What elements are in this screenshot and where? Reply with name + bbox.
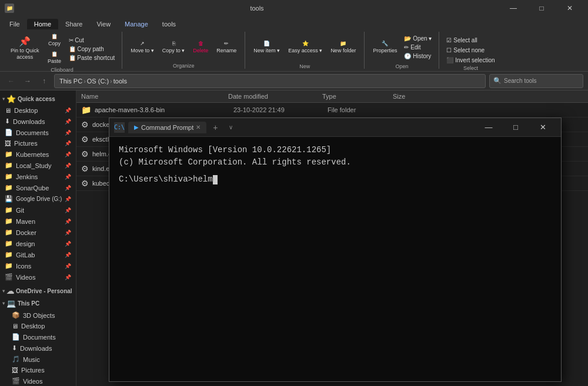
sidebar-item-videos[interactable]: 🎬 Videos 📌 [0,271,76,283]
copy-path-btn[interactable]: 📋 Copy path [66,45,118,53]
cmd-maximize-btn[interactable]: □ [502,118,529,137]
move-to-btn[interactable]: ↗ Move to ▾ [127,39,158,55]
sidebar-item-desktop2[interactable]: 🖥 Desktop [0,321,76,331]
minimize-btn[interactable]: — [500,0,527,16]
pictures-label: Pictures [14,140,38,147]
sidebar-item-pictures[interactable]: 🖼 Pictures 📌 [0,138,76,149]
search-box[interactable]: 🔍 Search tools [489,74,583,88]
sidebar-item-documents[interactable]: 📄 Documents 📌 [0,127,76,138]
back-btn[interactable]: ← [5,75,18,88]
file-date: 23-10-2022 21:49 [233,106,328,113]
edit-btn[interactable]: ✏ Edit [402,43,434,51]
forward-btn[interactable]: → [21,75,34,88]
copy-to-icon: ⎘ [172,41,175,46]
close-btn[interactable]: ✕ [556,0,583,16]
cmd-close-btn[interactable]: ✕ [529,118,556,137]
cmd-tab[interactable]: ▶ Command Prompt ✕ [128,122,206,133]
sidebar-item-downloads2[interactable]: ⬇ Downloads [0,343,76,354]
file-row-apache-maven[interactable]: 📁 apache-maven-3.8.6-bin 23-10-2022 21:4… [76,103,588,118]
copy-to-btn[interactable]: ⎘ Copy to ▾ [159,39,189,55]
cut-btn[interactable]: ✂ Cut [66,36,118,44]
sidebar-item-videos2[interactable]: 🎬 Videos [0,375,76,386]
paste-btn[interactable]: 📋 Paste [44,49,65,66]
documents-icon: 📄 [5,129,13,136]
cmd-controls: — □ ✕ [475,118,556,137]
select-group: ☑ Select all ☐ Select none ⬛ Invert sele… [442,32,502,69]
path-tools: tools [113,78,127,85]
open-label: Open [395,62,408,69]
quick-access-header[interactable]: ▾ ⭐ Quick access [0,93,76,105]
invert-selection-btn[interactable]: ⬛ Invert selection [444,56,497,64]
google-drive-icon: 💾 [5,195,13,203]
col-name[interactable]: Name [81,93,228,100]
sidebar-item-downloads[interactable]: ⬇ Downloads 📌 [0,116,76,127]
tab-manage[interactable]: Manage [118,19,155,29]
select-none-btn[interactable]: ☐ Select none [444,46,497,54]
easy-access-btn[interactable]: ⭐ Easy access ▾ [285,32,326,62]
sidebar-item-local-study[interactable]: 📁 Local_Study 📌 [0,160,76,171]
sidebar-item-kubernetes[interactable]: 📁 Kubernetes 📌 [0,149,76,160]
delete-icon: 🗑 [198,41,203,46]
open-btn[interactable]: 📂 Open ▾ [402,35,434,42]
docker-icon: 📁 [5,229,13,236]
cmd-minimize-btn[interactable]: — [475,118,502,137]
sidebar-item-sonarqube[interactable]: 📁 SonarQube 📌 [0,182,76,193]
sidebar-item-gitlab[interactable]: 📁 GitLab 📌 [0,249,76,260]
local-study-icon: 📁 [5,162,13,169]
paste-shortcut-btn[interactable]: 📋 Paste shortcut [66,54,118,62]
sep1: › [83,78,86,85]
pin-to-quick-access-btn[interactable]: 📌 Pin to Quickaccess [7,33,43,64]
properties-btn[interactable]: 🔧 Properties [369,32,400,62]
tab-view[interactable]: View [89,19,118,29]
folder-icon: 📁 [81,105,91,115]
sidebar-item-desktop[interactable]: 🖥 Desktop 📌 [0,105,76,116]
delete-btn[interactable]: 🗑 Delete [189,39,212,55]
sidebar-item-design[interactable]: 📁 design 📌 [0,238,76,249]
tab-tools[interactable]: tools [155,19,183,29]
sidebar-item-docker[interactable]: 📁 Docker 📌 [0,227,76,238]
quick-access-label: Quick access [18,96,55,102]
this-pc-header[interactable]: ▾ 💻 This PC [0,297,76,310]
copy-btn[interactable]: 📋 Copy [44,32,65,48]
tab-file[interactable]: File [2,19,27,29]
sidebar-item-maven[interactable]: 📁 Maven 📌 [0,216,76,227]
col-size[interactable]: Size [393,93,452,100]
open-buttons: 🔧 Properties 📂 Open ▾ ✏ Edit 🕐 History [369,32,434,62]
cmd-title-bar: C:\ ▶ Command Prompt ✕ + ∨ — □ ✕ [109,118,561,137]
exe-icon: ⚙ [81,135,89,144]
sidebar-item-jenkins[interactable]: 📁 Jenkins 📌 [0,171,76,182]
cmd-body[interactable]: Microsoft Windows [Version 10.0.22621.12… [109,137,561,381]
sidebar-item-git[interactable]: 📁 Git 📌 [0,204,76,216]
up-btn[interactable]: ↑ [38,75,51,88]
sidebar-item-documents2[interactable]: 📄 Documents [0,331,76,343]
cmd-prompt-text: C:\Users\shiva>helm [119,173,213,186]
cmd-new-tab-btn[interactable]: + [209,121,222,134]
tab-home[interactable]: Home [27,19,58,29]
sidebar-item-icons[interactable]: 📁 Icons 📌 [0,260,76,271]
new-item-btn[interactable]: 📄 New item ▾ [250,32,283,62]
cmd-tab-close[interactable]: ✕ [196,124,201,130]
sidebar-item-google-drive[interactable]: 💾 Google Drive (G:) 📌 [0,193,76,204]
title-bar-controls[interactable]: — □ ✕ [500,0,583,16]
sidebar-item-pictures2[interactable]: 🖼 Pictures [0,365,76,375]
quick-access-icon: ⭐ [6,95,16,103]
col-type[interactable]: Type [322,93,393,100]
col-date[interactable]: Date modified [228,93,322,100]
new-folder-btn[interactable]: 📁 New folder [327,32,359,62]
rename-btn[interactable]: ✏ Rename [213,39,240,55]
sidebar-item-music[interactable]: 🎵 Music [0,354,76,365]
select-all-btn[interactable]: ☑ Select all [444,36,497,44]
cmd-tab-title: Command Prompt [141,124,193,131]
address-path[interactable]: This PC › OS (C:) › tools [54,74,486,88]
maximize-btn[interactable]: □ [528,0,555,16]
organize-label: Organize [173,62,195,69]
onedrive-header[interactable]: ▾ ☁ OneDrive - Personal [0,285,76,297]
history-btn[interactable]: 🕐 History [402,52,434,60]
sidebar-item-3d-objects[interactable]: 📦 3D Objects [0,310,76,321]
open-group: 🔧 Properties 📂 Open ▾ ✏ Edit 🕐 History O… [367,32,439,69]
tab-share[interactable]: Share [58,19,89,29]
new-buttons: 📄 New item ▾ ⭐ Easy access ▾ 📁 New folde… [250,32,359,62]
clipboard-group: 📌 Pin to Quickaccess 📋 Copy 📋 Paste ✂ Cu… [5,32,122,69]
cmd-dropdown-btn[interactable]: ∨ [224,121,237,134]
rename-icon: ✏ [224,41,229,46]
